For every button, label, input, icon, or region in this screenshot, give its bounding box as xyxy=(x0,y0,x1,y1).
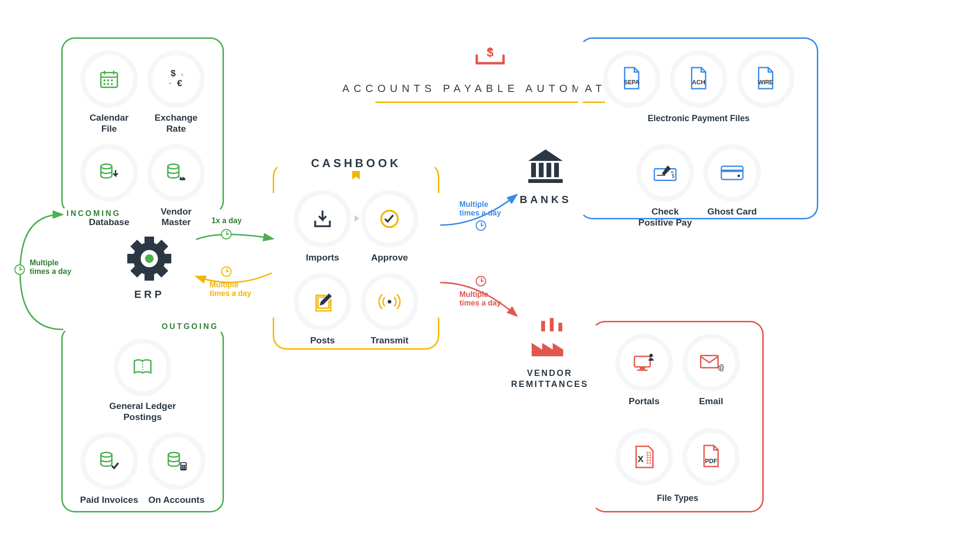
svg-rect-23 xyxy=(183,467,184,468)
svg-point-10 xyxy=(101,164,112,169)
transmit-icon xyxy=(377,289,402,314)
bank-icon xyxy=(523,144,568,188)
item-label: Approve xyxy=(371,252,408,263)
check-icon: $ xyxy=(653,160,678,185)
arrow-label-cashbook-to-erp: Multiple times a day xyxy=(210,281,251,298)
item-label: General Ledger Postings xyxy=(109,401,176,423)
svg-rect-20 xyxy=(183,466,184,466)
import-icon xyxy=(310,206,335,231)
item-ach: ACH xyxy=(670,50,727,108)
item-portals: Portals xyxy=(615,334,673,407)
db-factory-icon xyxy=(164,160,189,185)
filetypes-caption: File Types xyxy=(593,493,762,503)
clock-icon xyxy=(14,264,25,275)
svg-text:SEPA: SEPA xyxy=(624,79,639,86)
clock-icon xyxy=(221,229,232,239)
item-imports: Imports xyxy=(294,190,351,263)
item-pdf: PDF xyxy=(682,428,740,486)
vendors-box: Portals @ Email X PDF File Types xyxy=(591,321,764,512)
svg-rect-45 xyxy=(637,370,647,371)
svg-rect-31 xyxy=(554,163,559,177)
svg-point-14 xyxy=(145,254,154,263)
item-approve: Approve xyxy=(361,190,418,263)
arrow-label-to-vendors: Multiple times a day xyxy=(459,290,501,308)
svg-rect-47 xyxy=(701,355,718,367)
exchange-icon: $€ xyxy=(164,67,189,91)
calendar-icon xyxy=(97,67,122,91)
banks-block: BANKS xyxy=(520,144,571,206)
item-label: Exchange Rate xyxy=(155,113,198,135)
svg-text:$: $ xyxy=(672,173,675,179)
svg-rect-24 xyxy=(185,467,186,468)
erp-outgoing-box: General Ledger Postings Paid Invoices On… xyxy=(61,326,224,512)
item-email: @ Email xyxy=(682,334,740,407)
svg-text:PDF: PDF xyxy=(705,457,717,465)
svg-rect-7 xyxy=(111,83,113,85)
banks-label: BANKS xyxy=(520,193,571,206)
card-icon xyxy=(720,160,745,185)
item-label: Vendor Master xyxy=(161,206,191,228)
arrow-label-to-banks: Multiple times a day xyxy=(459,200,501,218)
vendors-label: VENDOR REMITTANCES xyxy=(511,368,589,389)
edit-icon xyxy=(310,289,335,314)
svg-rect-38 xyxy=(721,170,743,172)
svg-text:€: € xyxy=(177,78,182,88)
portal-icon xyxy=(632,350,657,375)
item-label: Calendar File xyxy=(89,113,128,135)
svg-rect-43 xyxy=(635,356,650,367)
svg-text:ACH: ACH xyxy=(692,79,705,86)
erp-incoming-box: Calendar File $€ Exchange Rate AP Databa… xyxy=(61,37,224,215)
svg-point-39 xyxy=(737,174,740,177)
svg-point-26 xyxy=(388,300,391,304)
svg-rect-40 xyxy=(541,321,545,331)
epf-caption: Electronic Payment Files xyxy=(580,114,817,124)
banks-box: SEPA ACH WIRE Electronic Payment Files $… xyxy=(579,37,818,219)
svg-rect-44 xyxy=(640,367,645,370)
erp-loop-label: Multiple times a day xyxy=(30,259,71,276)
svg-rect-42 xyxy=(558,323,562,331)
svg-rect-30 xyxy=(546,163,551,177)
item-vendor-master: Vendor Master xyxy=(147,144,205,228)
svg-rect-19 xyxy=(181,466,182,466)
svg-point-11 xyxy=(168,164,179,169)
vendors-block: VENDOR REMITTANCES xyxy=(511,316,589,389)
item-check-positive-pay: $ Check Positive Pay xyxy=(636,144,694,228)
svg-text:X: X xyxy=(637,454,644,464)
gear-icon xyxy=(125,235,173,283)
svg-rect-6 xyxy=(107,83,109,85)
svg-rect-4 xyxy=(111,79,113,81)
clock-icon xyxy=(476,220,486,231)
item-label: Portals xyxy=(629,396,659,407)
svg-point-46 xyxy=(649,354,653,357)
item-on-accounts: On Accounts xyxy=(148,432,205,506)
svg-point-16 xyxy=(168,452,179,457)
svg-rect-28 xyxy=(531,163,536,177)
item-paid-invoices: Paid Invoices xyxy=(80,432,138,506)
item-calendar-file: Calendar File xyxy=(80,50,138,135)
incoming-badge: INCOMING xyxy=(60,208,128,219)
cashbook-title: CASHBOOK xyxy=(300,157,412,170)
svg-rect-41 xyxy=(550,318,554,331)
xls-icon: X xyxy=(632,444,657,469)
item-ghost-card: Ghost Card xyxy=(703,144,761,228)
svg-text:WIRE: WIRE xyxy=(758,79,773,86)
item-excel: X xyxy=(615,428,673,486)
item-label: Ghost Card xyxy=(707,206,757,217)
item-label: Check Positive Pay xyxy=(638,206,692,228)
factory-icon xyxy=(527,316,573,362)
upload-dollar-icon: $ xyxy=(473,38,507,70)
arrow-label-erp-to-cashbook: 1x a day xyxy=(212,216,242,225)
file-icon: ACH xyxy=(686,67,711,91)
file-icon: WIRE xyxy=(753,67,778,91)
file-icon: SEPA xyxy=(619,67,644,91)
erp-label: ERP xyxy=(134,288,164,301)
svg-rect-27 xyxy=(528,179,563,183)
clock-icon xyxy=(221,266,232,277)
item-transmit: Transmit xyxy=(361,273,418,346)
svg-rect-37 xyxy=(721,166,743,180)
svg-rect-18 xyxy=(181,463,186,465)
svg-rect-29 xyxy=(539,163,544,177)
arrow-erp-to-cashbook xyxy=(191,225,278,244)
svg-rect-3 xyxy=(107,79,109,81)
item-posts: Posts xyxy=(294,273,351,346)
